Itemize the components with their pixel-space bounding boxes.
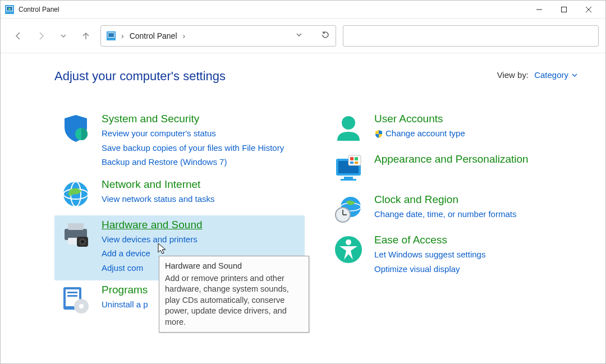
svg-rect-31 [341, 179, 356, 181]
category-appearance-personalization[interactable]: Appearance and Personalization [327, 150, 577, 190]
close-button[interactable] [576, 1, 601, 18]
category-link[interactable]: Review your computer's status [102, 126, 299, 141]
view-by-value: Category [534, 70, 568, 80]
window-title: Control Panel [19, 6, 59, 13]
svg-point-3 [8, 8, 11, 10]
tooltip-body: Add or remove printers and other hardwar… [165, 273, 303, 328]
svg-rect-33 [350, 157, 354, 160]
category-title[interactable]: Hardware and Sound [102, 219, 203, 231]
control-panel-app-icon [5, 5, 14, 14]
svg-point-20 [81, 240, 84, 243]
categories-right-column: User Accounts Change account type Appear [327, 109, 577, 321]
svg-rect-5 [562, 7, 567, 12]
category-link[interactable]: Let Windows suggest settings [374, 247, 572, 262]
tooltip: Hardware and Sound Add or remove printer… [159, 256, 309, 333]
minimize-button[interactable] [527, 1, 552, 18]
address-bar: › Control Panel › [1, 19, 605, 53]
user-icon [333, 113, 364, 144]
category-link[interactable]: Save backup copies of your files with Fi… [102, 141, 299, 155]
breadcrumb-bar[interactable]: › Control Panel › [100, 25, 336, 47]
link-label: Change account type [385, 128, 465, 138]
svg-rect-10 [108, 33, 114, 37]
back-button[interactable] [11, 28, 26, 44]
category-ease-of-access[interactable]: Ease of Access Let Windows suggest setti… [327, 231, 577, 282]
svg-point-26 [79, 304, 84, 308]
svg-point-27 [342, 116, 355, 130]
category-title[interactable]: Ease of Access [374, 234, 447, 246]
category-title[interactable]: Appearance and Personalization [374, 153, 529, 165]
view-by-selector: View by: Category [497, 70, 577, 80]
category-clock-region[interactable]: Clock and Region Change date, time, or n… [327, 190, 577, 231]
category-link[interactable]: Change date, time, or number formats [374, 207, 572, 222]
recent-locations-button[interactable] [56, 28, 71, 44]
breadcrumb-root[interactable]: Control Panel [130, 31, 177, 40]
address-dropdown-button[interactable] [295, 31, 303, 40]
svg-rect-24 [67, 295, 77, 297]
titlebar: Control Panel [1, 1, 605, 19]
svg-rect-34 [355, 157, 358, 160]
chevron-down-icon [572, 72, 577, 78]
tooltip-title: Hardware and Sound [165, 261, 303, 272]
forward-button[interactable] [33, 28, 49, 44]
maximize-button[interactable] [552, 1, 576, 18]
category-user-accounts[interactable]: User Accounts Change account type [327, 109, 577, 150]
category-system-security[interactable]: System and Security Review your computer… [54, 109, 305, 175]
refresh-button[interactable] [321, 30, 330, 41]
svg-rect-36 [355, 162, 358, 164]
control-panel-breadcrumb-icon [107, 31, 116, 40]
svg-rect-30 [344, 177, 353, 179]
chevron-right-icon[interactable]: › [121, 31, 124, 40]
category-link[interactable]: View devices and printers [102, 232, 299, 247]
category-title[interactable]: Network and Internet [102, 178, 200, 191]
category-network-internet[interactable]: Network and Internet View network status… [54, 175, 305, 215]
category-title[interactable]: System and Security [102, 113, 199, 125]
clock-globe-icon [333, 193, 364, 225]
category-title[interactable]: Programs [102, 284, 148, 296]
svg-point-43 [346, 239, 351, 245]
category-link[interactable]: Optimize visual display [374, 262, 572, 277]
monitor-icon [333, 153, 364, 185]
category-link[interactable]: View network status and tasks [102, 192, 299, 206]
view-by-label: View by: [497, 70, 529, 80]
programs-icon [60, 284, 91, 315]
window-controls [527, 1, 601, 18]
up-button[interactable] [78, 28, 94, 44]
view-by-dropdown[interactable]: Category [534, 70, 577, 80]
category-link[interactable]: Change account type [374, 126, 572, 141]
category-title[interactable]: User Accounts [374, 113, 443, 125]
svg-rect-23 [67, 292, 77, 293]
mouse-cursor-icon [158, 243, 169, 258]
search-input[interactable] [343, 25, 599, 47]
chevron-right-icon[interactable]: › [183, 31, 186, 40]
svg-rect-35 [350, 162, 354, 164]
category-title[interactable]: Clock and Region [374, 193, 458, 206]
uac-shield-icon [374, 130, 383, 139]
accessibility-icon [333, 234, 364, 265]
category-link[interactable]: Backup and Restore (Windows 7) [102, 155, 299, 169]
globe-icon [60, 178, 91, 210]
svg-rect-16 [68, 223, 84, 230]
nav-buttons [11, 28, 94, 44]
shield-icon [60, 113, 91, 144]
control-panel-window: Control Panel › Control Panel › [0, 0, 606, 364]
printer-icon [60, 219, 91, 250]
